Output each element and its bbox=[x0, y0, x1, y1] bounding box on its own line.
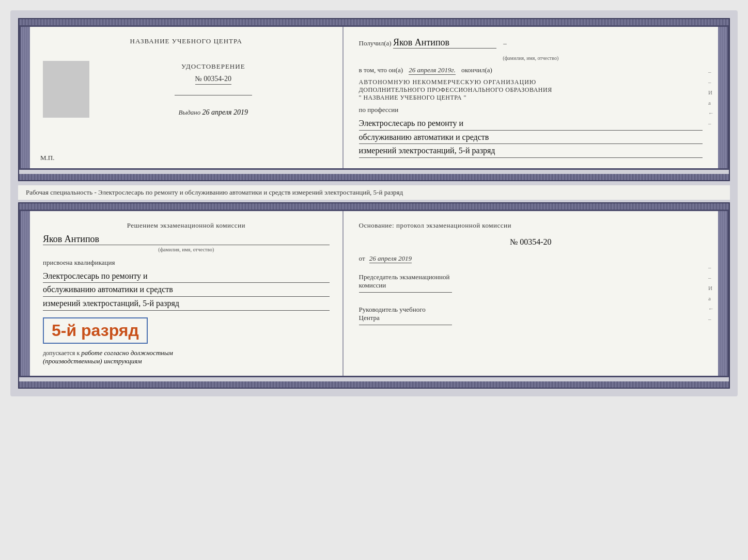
допускается-block: допускается к работе согласно должностны… bbox=[43, 349, 330, 365]
bottom-name-sublabel: (фамилия, имя, отчество) bbox=[43, 247, 330, 252]
допускается-text: допускается к bbox=[43, 349, 80, 357]
mp-label: М.П. bbox=[40, 154, 54, 162]
profession-label: по профессии bbox=[359, 106, 703, 114]
bottom-border-decoration-bottom bbox=[19, 381, 729, 388]
page-wrapper: НАЗВАНИЕ УЧЕБНОГО ЦЕНТРА УДОСТОВЕРЕНИЕ №… bbox=[10, 10, 738, 396]
issued-date: 26 апреля 2019 bbox=[202, 108, 248, 116]
cert-issued: Выдано 26 апреля 2019 bbox=[179, 108, 248, 117]
bottom-right-page: Основание: протокол экзаменационной коми… bbox=[344, 211, 718, 376]
school-name-header: НАЗВАНИЕ УЧЕБНОГО ЦЕНТРА bbox=[130, 37, 242, 45]
confirm-line: в том, что он(а) 26 апреля 2019г. окончи… bbox=[359, 66, 703, 74]
qualification-label: присвоена квалификация bbox=[43, 259, 330, 267]
commission-title: Решением экзаменационной комиссии bbox=[43, 221, 330, 230]
received-line: Получил(а) Яков Антипов – bbox=[359, 37, 703, 49]
bottom-border-decoration-top bbox=[19, 174, 729, 180]
spine-right-bottom bbox=[718, 211, 727, 376]
cert-number: № 00354-20 bbox=[195, 75, 232, 85]
profession-line2: обслуживанию автоматики и средств bbox=[359, 131, 703, 145]
middle-text-content: Рабочая специальность - Электрослесарь п… bbox=[26, 188, 403, 196]
date-block: от 26 апреля 2019 bbox=[359, 254, 703, 263]
chairman-block: Председатель экзаменационной комиссии bbox=[359, 273, 703, 293]
received-label: Получил(а) bbox=[359, 39, 392, 47]
right-page: Получил(а) Яков Антипов – (фамилия, имя,… bbox=[344, 27, 718, 168]
bottom-document-inner: Решением экзаменационной комиссии Яков А… bbox=[19, 210, 729, 377]
cert-area: УДОСТОВЕРЕНИЕ № 00354-20 Выдано 26 апрел… bbox=[43, 61, 330, 118]
instructions: (производственным) инструкциям bbox=[43, 357, 142, 365]
bottom-left-page: Решением экзаменационной комиссии Яков А… bbox=[30, 211, 344, 376]
qual-line3: измерений электростанций, 5-й разряд bbox=[43, 297, 330, 311]
profession-text: Электрослесарь по ремонту и обслуживанию… bbox=[359, 117, 703, 158]
qual-line2: обслуживанию автоматики и средств bbox=[43, 283, 330, 297]
right-side-decoration: ––Иа←– bbox=[708, 69, 714, 126]
bottom-doc-top-border bbox=[19, 203, 729, 210]
top-document-inner: НАЗВАНИЕ УЧЕБНОГО ЦЕНТРА УДОСТОВЕРЕНИЕ №… bbox=[19, 25, 729, 170]
top-document: НАЗВАНИЕ УЧЕБНОГО ЦЕНТРА УДОСТОВЕРЕНИЕ №… bbox=[18, 18, 730, 181]
cert-title: УДОСТОВЕРЕНИЕ bbox=[181, 62, 245, 71]
confirm-text: в том, что он(а) bbox=[359, 66, 403, 74]
profession-block: по профессии Электрослесарь по ремонту и… bbox=[359, 106, 703, 158]
bottom-right-side-decoration: ––Иа←– bbox=[708, 264, 714, 322]
recipient-name: Яков Антипов bbox=[393, 37, 449, 47]
big-rank: 5-й разряд bbox=[43, 317, 148, 344]
protocol-number: № 00354-20 bbox=[359, 237, 703, 247]
chairman-title: Председатель экзаменационной комиссии bbox=[359, 273, 703, 290]
spine-left-bottom bbox=[21, 211, 30, 376]
org-block: АВТОНОМНУЮ НЕКОММЕРЧЕСКУЮ ОРГАНИЗАЦИЮ ДО… bbox=[359, 78, 703, 102]
confirm-end: окончил(а) bbox=[461, 66, 492, 74]
org-line1: АВТОНОМНУЮ НЕКОММЕРЧЕСКУЮ ОРГАНИЗАЦИЮ bbox=[359, 78, 703, 86]
confirm-date: 26 апреля 2019г. bbox=[409, 66, 455, 75]
director-sign-line bbox=[359, 325, 452, 325]
photo-placeholder bbox=[43, 61, 89, 118]
director-block: Руководитель учебного Центра bbox=[359, 306, 703, 325]
issued-label: Выдано bbox=[179, 108, 201, 116]
bottom-qualification: Электрослесарь по ремонту и обслуживанию… bbox=[43, 269, 330, 311]
name-sublabel-top: (фамилия, имя, отчество) bbox=[503, 55, 558, 61]
director-title: Руководитель учебного Центра bbox=[359, 306, 703, 322]
profession-line1: Электрослесарь по ремонту и bbox=[359, 117, 703, 131]
profession-line3: измерений электростанций, 5-й разряд bbox=[359, 144, 703, 158]
chairman-sign-line bbox=[359, 292, 452, 293]
top-border-decoration bbox=[19, 19, 729, 25]
middle-text: Рабочая специальность - Электрослесарь п… bbox=[18, 185, 730, 200]
bottom-person-name: Яков Антипов bbox=[43, 234, 99, 244]
foundation-label: Основание: протокол экзаменационной коми… bbox=[359, 221, 703, 230]
left-page: НАЗВАНИЕ УЧЕБНОГО ЦЕНТРА УДОСТОВЕРЕНИЕ №… bbox=[30, 27, 344, 168]
org-line2: ДОПОЛНИТЕЛЬНОГО ПРОФЕССИОНАЛЬНОГО ОБРАЗО… bbox=[359, 86, 703, 94]
recipient-name-field: Яков Антипов bbox=[393, 37, 496, 49]
date-label: от bbox=[359, 254, 365, 262]
bottom-document: Решением экзаменационной комиссии Яков А… bbox=[18, 202, 730, 389]
qual-line1: Электрослесарь по ремонту и bbox=[43, 269, 330, 283]
spine-left bbox=[21, 27, 30, 168]
org-line3: " НАЗВАНИЕ УЧЕБНОГО ЦЕНТРА " bbox=[359, 94, 703, 102]
work-permission: работе согласно должностным bbox=[81, 349, 173, 357]
spine-right bbox=[718, 27, 727, 168]
cert-details: УДОСТОВЕРЕНИЕ № 00354-20 Выдано 26 апрел… bbox=[97, 61, 330, 118]
date-value: 26 апреля 2019 bbox=[369, 254, 412, 263]
